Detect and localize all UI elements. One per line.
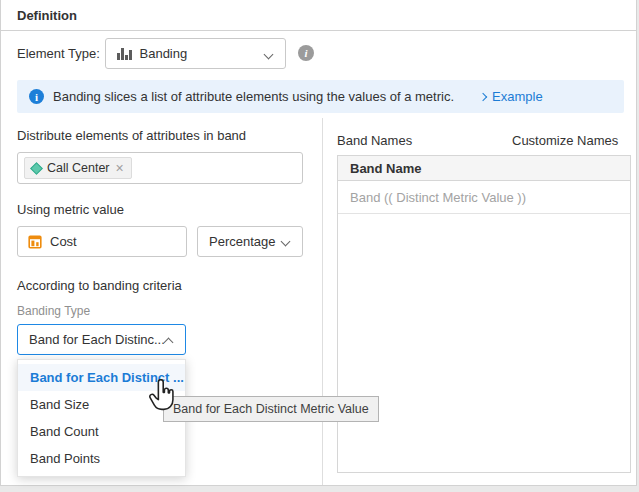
table-row[interactable]: Band (( Distinct Metric Value )) — [338, 181, 630, 214]
banding-type-menu: Band for Each Distinct ... Band Size Ban… — [17, 359, 186, 477]
metric-label: Using metric value — [17, 202, 124, 217]
example-link-label: Example — [492, 89, 543, 104]
banding-type-label: Banding Type — [17, 304, 90, 318]
band-names-table: Band Name Band (( Distinct Metric Value … — [337, 155, 631, 473]
banding-bars-icon — [117, 48, 132, 60]
value-mode-value: Percentage — [209, 234, 276, 249]
chevron-up-icon — [164, 338, 174, 348]
attribute-chip-label: Call Center — [47, 161, 110, 175]
value-mode-select[interactable]: Percentage — [197, 226, 303, 257]
chip-remove-icon[interactable]: × — [116, 161, 124, 175]
chevron-down-icon — [264, 50, 274, 60]
metric-icon — [28, 235, 42, 249]
definition-panel: Definition Element Type: Banding i i Ban… — [0, 0, 637, 486]
element-type-select[interactable]: Banding — [105, 38, 286, 69]
banding-type-select[interactable]: Band for Each Distinc... — [17, 324, 186, 355]
panel-header: Definition — [1, 0, 636, 31]
criteria-label: According to banding criteria — [17, 278, 182, 293]
chevron-right-icon — [479, 92, 487, 100]
example-link[interactable]: Example — [480, 89, 543, 104]
banner-info-icon: i — [29, 89, 44, 104]
metric-value: Cost — [50, 234, 77, 249]
element-type-value: Banding — [140, 46, 188, 61]
customize-names-label: Customize Names — [512, 133, 618, 148]
menu-item-band-points[interactable]: Band Points — [18, 445, 185, 472]
distribute-label: Distribute elements of attributes in ban… — [17, 128, 246, 143]
banding-type-value: Band for Each Distinc... — [29, 332, 165, 347]
column-divider — [322, 118, 323, 485]
attribute-input[interactable]: Call Center × — [17, 152, 303, 184]
element-type-label: Element Type: — [17, 46, 100, 61]
band-names-label: Band Names — [337, 133, 412, 148]
hand-cursor-icon — [147, 379, 177, 413]
band-name-column-header: Band Name — [338, 156, 630, 181]
tooltip: Band for Each Distinct Metric Value — [163, 396, 379, 422]
attribute-diamond-icon — [30, 162, 43, 175]
banner-text: Banding slices a list of attribute eleme… — [53, 89, 454, 104]
panel-title: Definition — [17, 8, 77, 23]
info-icon[interactable]: i — [298, 45, 314, 61]
menu-item-band-count[interactable]: Band Count — [18, 418, 185, 445]
attribute-chip[interactable]: Call Center × — [24, 157, 132, 179]
metric-input[interactable]: Cost — [17, 226, 187, 257]
chevron-down-icon — [281, 237, 291, 247]
info-banner: i Banding slices a list of attribute ele… — [17, 80, 624, 113]
